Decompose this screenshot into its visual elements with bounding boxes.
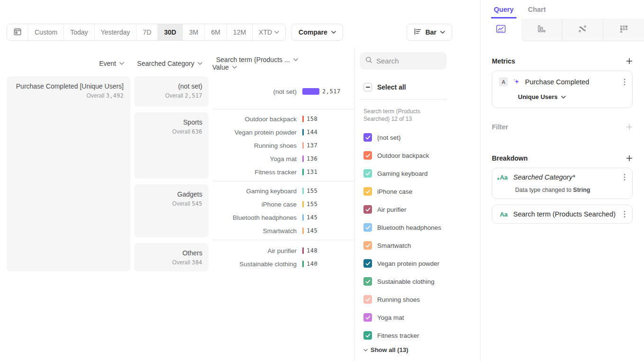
value-bar[interactable] (302, 155, 304, 162)
value-row[interactable]: Vegan protein powder 144 (212, 126, 354, 139)
value-row[interactable]: Yoga mat 136 (212, 152, 354, 165)
segment-checkbox[interactable] (363, 169, 372, 178)
segment-item[interactable]: Gaming keyboard (363, 164, 480, 182)
segment-item[interactable]: Yoga mat (363, 308, 480, 326)
report-type-funnels-tab[interactable] (521, 18, 562, 41)
segment-checkbox[interactable] (363, 313, 372, 322)
report-type-flows-tab[interactable] (562, 18, 603, 41)
column-header-searched-category[interactable]: Searched Category (134, 60, 209, 67)
segment-checkbox[interactable] (363, 259, 372, 268)
event-block[interactable]: Purchase Completed [Unique Users] Overal… (7, 76, 130, 271)
segment-item[interactable]: Vegan protein powder (363, 254, 480, 272)
segment-item[interactable]: Bluetooth headphones (363, 218, 480, 236)
value-bar[interactable] (302, 169, 304, 175)
event-column: Purchase Completed [Unique Users] Overal… (7, 76, 130, 271)
segment-checkbox[interactable] (363, 151, 372, 160)
value-row[interactable]: Sustainable clothing 140 (212, 257, 354, 271)
segment-checkbox[interactable] (363, 187, 372, 196)
segment-item[interactable]: Air purifier (363, 200, 480, 218)
segment-checkbox[interactable] (363, 295, 372, 304)
search-input[interactable] (376, 57, 438, 65)
segment-checkbox[interactable] (363, 331, 372, 340)
segment-item[interactable]: Fitness tracker (363, 326, 480, 344)
report-type-insights-tab[interactable] (481, 18, 521, 41)
segment-item[interactable]: Smartwatch (363, 236, 480, 254)
date-range-button[interactable]: Today (63, 24, 94, 40)
breakdown-kebab-menu[interactable] (624, 173, 626, 181)
breakdown-kebab-menu[interactable] (624, 210, 626, 218)
value-bar[interactable] (302, 201, 304, 208)
add-filter-button[interactable] (626, 124, 633, 130)
search-term-label: Gaming keyboard (212, 188, 297, 195)
segment-item[interactable]: Running shoes (363, 290, 480, 308)
column-header-search-term[interactable]: Search term (Products ... (216, 56, 354, 63)
segment-list-label: Search term (Products Searched) 12 of 13 (363, 108, 447, 123)
column-header-event[interactable]: Event (7, 60, 130, 67)
value-row[interactable]: Smartwatch 145 (212, 224, 354, 237)
custom-date-calendar-button[interactable] (7, 24, 28, 40)
date-range-button[interactable]: 3M (182, 24, 204, 40)
date-range-button[interactable]: 6M (204, 24, 226, 40)
breakdown-card[interactable]: Aa * Searched Category* Data type change… (492, 168, 633, 199)
metric-card[interactable]: A Purchase Completed Unique Users (492, 71, 633, 108)
value-bar[interactable] (302, 188, 304, 194)
category-block[interactable]: Others Overall 384 (134, 243, 209, 271)
date-range-button[interactable]: Custom (28, 24, 63, 40)
date-range-button[interactable]: Yesterday (94, 24, 136, 40)
compare-button[interactable]: Compare (291, 24, 343, 41)
segment-item[interactable]: Outdoor backpack (363, 146, 480, 164)
segment-item[interactable]: Sustainable clothing (363, 272, 480, 290)
tab-label: Chart (528, 6, 546, 13)
select-all-row[interactable]: Select all (363, 83, 480, 91)
value-row[interactable]: Gaming keyboard 155 (212, 184, 354, 198)
chart-type-selector[interactable]: Bar (407, 24, 452, 41)
value-row[interactable]: Outdoor backpack 158 (212, 112, 354, 126)
value-bar[interactable] (302, 227, 304, 234)
measure-dropdown[interactable]: Unique Users (518, 93, 626, 100)
bar-area: 2,517 (302, 88, 354, 95)
segment-checkbox[interactable] (363, 133, 372, 142)
breakdown-card[interactable]: Aa * Search term (Products Searched) (492, 205, 633, 224)
segment-checkbox[interactable] (363, 277, 372, 286)
tab-chart[interactable]: Chart (528, 0, 546, 18)
value-row[interactable]: Air purifier 148 (212, 244, 354, 257)
value-row[interactable]: Fitness tracker 131 (212, 165, 354, 179)
value-bar[interactable] (302, 142, 304, 149)
category-block[interactable]: Sports Overall 636 (134, 112, 209, 179)
value-row[interactable]: (not set) 2,517 (212, 76, 354, 107)
value-bar[interactable] (302, 247, 304, 254)
value-bar[interactable] (302, 129, 304, 135)
value-row[interactable]: Bluetooth headphones 145 (212, 211, 354, 224)
segment-checkbox[interactable] (363, 223, 372, 232)
value-row[interactable]: Running shoes 137 (212, 139, 354, 152)
date-range-button[interactable]: 7D (136, 24, 157, 40)
report-type-retention-tab[interactable] (603, 18, 644, 41)
select-all-checkbox[interactable] (363, 83, 372, 91)
divider (360, 99, 447, 99)
show-all-toggle[interactable]: Show all (13) (363, 346, 480, 353)
search-term-label: Air purifier (212, 247, 297, 254)
segment-checkbox[interactable] (363, 205, 372, 214)
metric-kebab-menu[interactable] (624, 78, 626, 86)
segment-search-box[interactable] (360, 52, 447, 70)
add-breakdown-button[interactable] (626, 155, 633, 162)
segment-item[interactable]: iPhone case (363, 182, 480, 200)
value-label: 140 (307, 261, 317, 267)
value-bar[interactable] (302, 116, 304, 122)
date-range-button[interactable]: 30D (157, 24, 182, 40)
category-block[interactable]: Gadgets Overall 545 (134, 184, 209, 237)
date-range-button[interactable]: XTD (252, 24, 285, 40)
value-bar[interactable] (302, 214, 304, 221)
segment-item[interactable]: (not set) (363, 128, 480, 146)
column-header-value[interactable]: Value (212, 63, 340, 71)
category-block[interactable]: (not set) Overall 2,517 (134, 76, 209, 107)
value-bar[interactable] (302, 261, 304, 267)
plus-icon (626, 155, 633, 162)
check-icon (365, 244, 371, 248)
date-range-button[interactable]: 12M (227, 24, 252, 40)
segment-checkbox[interactable] (363, 241, 372, 250)
add-metric-button[interactable] (626, 58, 633, 64)
value-bar[interactable] (302, 88, 319, 95)
tab-query[interactable]: Query (494, 0, 514, 18)
value-row[interactable]: iPhone case 155 (212, 198, 354, 211)
